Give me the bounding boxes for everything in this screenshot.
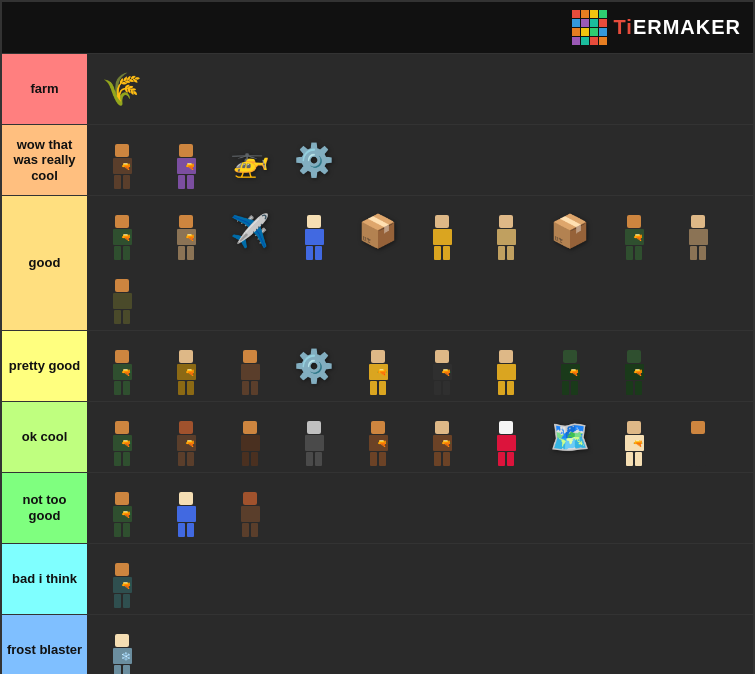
tier-item[interactable] (475, 406, 537, 468)
tier-content-bad: 🔫 (87, 544, 753, 614)
tier-item[interactable]: 🗺️ (539, 406, 601, 468)
logo-cell (599, 10, 607, 18)
tier-item[interactable]: 🔫 (91, 200, 153, 262)
tier-item[interactable]: 🔫 (347, 406, 409, 468)
logo-cell (572, 19, 580, 27)
tier-item[interactable]: ❄️ (91, 619, 153, 674)
tier-item[interactable]: 🔫 (91, 129, 153, 191)
logo-cell (572, 28, 580, 36)
tier-item[interactable]: ⚙️ (283, 129, 345, 191)
tier-label-good: good (2, 196, 87, 330)
tier-row-ok-cool: ok cool🔫🔫🔫🔫🗺️🔫 (2, 402, 753, 473)
tier-item[interactable]: 🔫 (603, 335, 665, 397)
tier-label-not-too-good: not too good (2, 473, 87, 543)
tier-row-pretty-good: pretty good🔫🔫⚙️🔫🔫🔫🔫 (2, 331, 753, 402)
logo-cell (590, 28, 598, 36)
tier-item[interactable]: 🔫 (91, 335, 153, 397)
logo-cell (590, 10, 598, 18)
tier-content-good: 🔫🔫✈️📦📦🔫 (87, 196, 753, 330)
tier-item[interactable] (91, 264, 153, 326)
logo-cell (581, 28, 589, 36)
tier-label-ok-cool: ok cool (2, 402, 87, 472)
tier-label-farm: farm (2, 54, 87, 124)
tier-item[interactable] (667, 200, 729, 262)
header-row: TiERMAKER (2, 2, 753, 54)
tier-label-wow: wow that was really cool (2, 125, 87, 195)
tier-row-not-too-good: not too good🔫 (2, 473, 753, 544)
logo-text: TiERMAKER (613, 16, 741, 39)
tier-label-bad: bad i think (2, 544, 87, 614)
logo-cell (581, 19, 589, 27)
logo-cell (581, 37, 589, 45)
tier-item[interactable]: 🔫 (347, 335, 409, 397)
tier-row-good: good🔫🔫✈️📦📦🔫 (2, 196, 753, 331)
tier-item[interactable] (475, 200, 537, 262)
tier-row-bad: bad i think🔫 (2, 544, 753, 615)
tier-item[interactable] (219, 335, 281, 397)
logo-cell (599, 37, 607, 45)
logo-cell (599, 28, 607, 36)
logo-grid (572, 10, 607, 45)
logo-cell (572, 10, 580, 18)
tier-item[interactable] (155, 477, 217, 539)
tier-item[interactable]: 🌾 (91, 58, 153, 120)
tier-item[interactable] (219, 477, 281, 539)
tier-item[interactable]: 📦 (539, 200, 601, 262)
tier-content-wow: 🔫🔫🚁⚙️ (87, 125, 753, 195)
tier-item[interactable]: 📦 (347, 200, 409, 262)
tier-item[interactable]: 🔫 (603, 200, 665, 262)
logo-cell (590, 37, 598, 45)
tier-label-frost: frost blaster (2, 615, 87, 674)
tier-item[interactable]: 🔫 (155, 406, 217, 468)
tier-item[interactable] (283, 406, 345, 468)
logo-cell (599, 19, 607, 27)
tier-item[interactable]: 🔫 (91, 406, 153, 468)
tier-content-not-too-good: 🔫 (87, 473, 753, 543)
tier-item[interactable]: 🔫 (411, 406, 473, 468)
tier-item[interactable]: 🔫 (155, 335, 217, 397)
tier-item[interactable]: 🔫 (155, 129, 217, 191)
tiermaker-logo: TiERMAKER (572, 10, 741, 45)
tier-item[interactable] (411, 200, 473, 262)
logo-cell (572, 37, 580, 45)
logo-cell (590, 19, 598, 27)
tier-content-ok-cool: 🔫🔫🔫🔫🗺️🔫 (87, 402, 753, 472)
tier-item[interactable]: 🔫 (539, 335, 601, 397)
tier-content-pretty-good: 🔫🔫⚙️🔫🔫🔫🔫 (87, 331, 753, 401)
tier-content-frost: ❄️ (87, 615, 753, 674)
logo-cell (581, 10, 589, 18)
tier-content-farm: 🌾 (87, 54, 753, 124)
tier-row-wow: wow that was really cool🔫🔫🚁⚙️ (2, 125, 753, 196)
tier-row-farm: farm🌾 (2, 54, 753, 125)
tier-item[interactable] (219, 406, 281, 468)
tier-list: TiERMAKER farm🌾wow that was really cool🔫… (0, 0, 755, 674)
tier-item[interactable]: ✈️ (219, 200, 281, 262)
tier-item[interactable] (475, 335, 537, 397)
tier-row-frost: frost blaster❄️ (2, 615, 753, 674)
tier-item[interactable]: 🔫 (603, 406, 665, 468)
tier-item[interactable]: ⚙️ (283, 335, 345, 397)
tier-item[interactable]: 🔫 (91, 548, 153, 610)
tier-item[interactable]: 🔫 (91, 477, 153, 539)
tier-item[interactable]: 🔫 (411, 335, 473, 397)
tier-item[interactable]: 🚁 (219, 129, 281, 191)
tier-label-pretty-good: pretty good (2, 331, 87, 401)
tier-item[interactable] (667, 406, 729, 468)
tier-item[interactable]: 🔫 (155, 200, 217, 262)
tier-item[interactable] (283, 200, 345, 262)
